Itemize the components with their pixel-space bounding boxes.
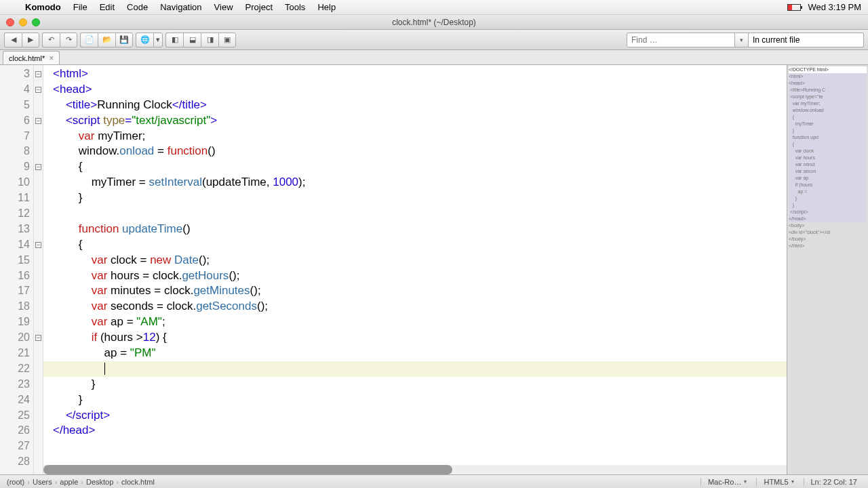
full-screen-toggle[interactable]: ▣: [218, 33, 236, 47]
fold-toggle[interactable]: −: [35, 71, 41, 77]
tab-bar: clock.html* ×: [0, 50, 868, 65]
window-title: clock.html* (~/Desktop): [54, 18, 814, 27]
save-file-button[interactable]: 💾: [115, 33, 133, 47]
code-editor[interactable]: <html><head> <title>Running Clock</title…: [43, 65, 787, 474]
menu-file[interactable]: File: [67, 2, 94, 12]
fold-toggle[interactable]: −: [35, 118, 41, 124]
file-tab[interactable]: clock.html* ×: [3, 51, 60, 64]
fold-toggle[interactable]: −: [35, 164, 41, 170]
breadcrumb-item[interactable]: Users: [30, 478, 55, 486]
tab-close-icon[interactable]: ×: [49, 54, 54, 63]
menu-edit[interactable]: Edit: [94, 2, 121, 12]
breadcrumb-item[interactable]: clock.html: [119, 478, 157, 486]
battery-icon[interactable]: [787, 4, 801, 11]
editor-area: 3456789101112131415161718192021222324252…: [0, 65, 868, 474]
open-file-button[interactable]: 📂: [98, 33, 115, 47]
breadcrumb-item[interactable]: Desktop: [83, 478, 116, 486]
find-input[interactable]: [627, 33, 735, 47]
horizontal-scrollbar[interactable]: [43, 465, 787, 474]
browser-preview-dropdown[interactable]: ▾: [153, 33, 163, 47]
app-name[interactable]: Komodo: [19, 2, 67, 12]
find-dropdown[interactable]: ▾: [735, 33, 749, 47]
bottom-pane-toggle[interactable]: ⬓: [183, 33, 201, 47]
minimap[interactable]: <!DOCTYPE html><html><head> <title>Runni…: [787, 65, 868, 474]
left-pane-toggle[interactable]: ◧: [165, 33, 183, 47]
new-file-button[interactable]: 📄: [80, 33, 98, 47]
right-pane-toggle[interactable]: ◨: [201, 33, 218, 47]
minimize-window-button[interactable]: [19, 18, 27, 26]
menu-project[interactable]: Project: [239, 2, 279, 12]
tab-label: clock.html*: [9, 54, 45, 62]
main-toolbar: ◀ ▶ ↶ ↷ 📄 📂 💾 🌐 ▾ ◧ ⬓ ◨ ▣ ▾: [0, 30, 868, 50]
breadcrumb-item[interactable]: (root): [4, 478, 27, 486]
window-titlebar: clock.html* (~/Desktop): [0, 15, 868, 30]
forward-button[interactable]: ▶: [22, 33, 39, 47]
menu-view[interactable]: View: [208, 2, 239, 12]
macos-menubar: Komodo FileEditCodeNavigationViewProject…: [0, 0, 868, 15]
fold-toggle[interactable]: −: [35, 87, 41, 93]
redo-button[interactable]: ↷: [60, 33, 77, 47]
close-window-button[interactable]: [6, 18, 14, 26]
fold-toggle[interactable]: −: [35, 335, 41, 341]
browser-preview-button[interactable]: 🌐: [136, 33, 153, 47]
menu-help[interactable]: Help: [311, 2, 342, 12]
status-bar: (root)›Users›apple›Desktop›clock.html Ma…: [0, 474, 868, 488]
line-number-gutter: 3456789101112131415161718192021222324252…: [0, 65, 34, 474]
breadcrumb-item[interactable]: apple: [57, 478, 81, 486]
encoding-selector[interactable]: Mac-Ro…▾: [701, 478, 754, 486]
menu-tools[interactable]: Tools: [279, 2, 311, 12]
code-fold-column: −−−−−−: [34, 65, 43, 474]
menu-navigation[interactable]: Navigation: [154, 2, 208, 12]
fold-toggle[interactable]: −: [35, 242, 41, 248]
language-selector[interactable]: HTML5▾: [756, 478, 800, 486]
menubar-clock[interactable]: Wed 3:19 PM: [808, 2, 861, 12]
undo-button[interactable]: ↶: [42, 33, 60, 47]
find-bar: ▾: [627, 33, 864, 47]
zoom-window-button[interactable]: [32, 18, 40, 26]
menu-code[interactable]: Code: [121, 2, 154, 12]
find-scope[interactable]: [749, 33, 864, 47]
cursor-position: Ln: 22 Col: 17: [804, 478, 865, 486]
back-button[interactable]: ◀: [4, 33, 22, 47]
